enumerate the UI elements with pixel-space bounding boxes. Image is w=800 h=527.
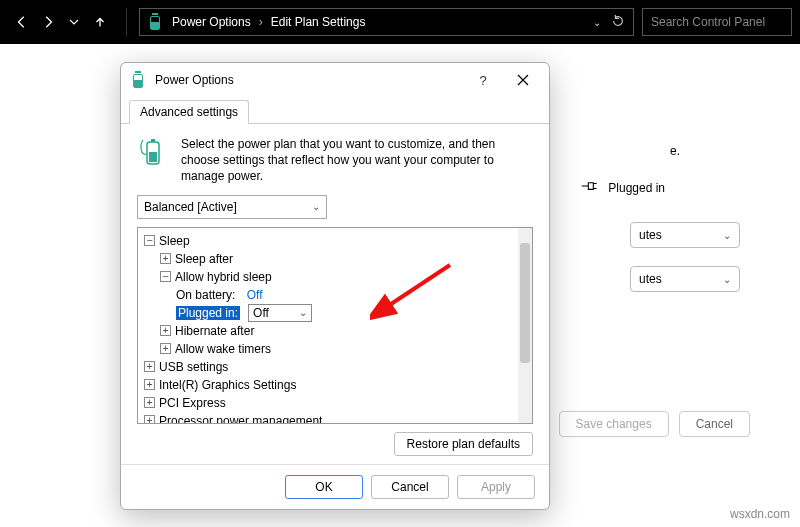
breadcrumb-item[interactable]: Power Options	[172, 15, 251, 29]
search-input[interactable]: Search Control Panel	[642, 8, 792, 36]
dialog-body: Select the power plan that you want to c…	[121, 124, 549, 464]
watermark: wsxdn.com	[730, 507, 790, 521]
expand-icon[interactable]: +	[160, 325, 171, 336]
address-toolbar: Power Options › Edit Plan Settings ⌄ Sea…	[0, 0, 800, 44]
plan-selected-value: Balanced [Active]	[144, 200, 237, 214]
back-icon[interactable]	[14, 14, 30, 30]
expand-icon[interactable]: +	[144, 397, 155, 408]
collapse-icon[interactable]: −	[144, 235, 155, 246]
tree-node-sleep[interactable]: −Sleep	[144, 232, 514, 250]
plugged-in-label: Plugged in	[608, 181, 665, 195]
tree-node-pci-express[interactable]: +PCI Express	[144, 394, 514, 412]
power-options-icon	[131, 72, 147, 88]
on-battery-label: On battery:	[176, 288, 235, 302]
intro-text: Select the power plan that you want to c…	[181, 136, 533, 185]
tree-setting-on-battery[interactable]: On battery: Off	[144, 286, 514, 304]
help-button[interactable]: ?	[463, 65, 503, 95]
svg-rect-1	[149, 152, 157, 162]
recent-dropdown-icon[interactable]	[66, 14, 82, 30]
address-bar[interactable]: Power Options › Edit Plan Settings ⌄	[139, 8, 634, 36]
bg-button-row: Save changes Cancel	[559, 411, 750, 437]
bg-dropdown-text: utes	[639, 272, 662, 286]
expand-icon[interactable]: +	[160, 253, 171, 264]
power-plan-select[interactable]: Balanced [Active] ⌄	[137, 195, 327, 219]
close-icon[interactable]	[503, 65, 543, 95]
scrollbar-thumb[interactable]	[520, 243, 530, 363]
plugged-in-value-select[interactable]: Off ⌄	[248, 304, 312, 322]
power-options-icon	[148, 14, 164, 30]
plug-icon	[580, 179, 600, 196]
expand-icon[interactable]: +	[144, 415, 155, 423]
chevron-down-icon[interactable]: ⌄	[593, 17, 601, 28]
forward-icon[interactable]	[40, 14, 56, 30]
chevron-down-icon: ⌄	[312, 201, 320, 212]
tree-node-allow-wake[interactable]: +Allow wake timers	[144, 340, 514, 358]
tree-node-allow-hybrid[interactable]: −Allow hybrid sleep	[144, 268, 514, 286]
expand-icon[interactable]: +	[160, 343, 171, 354]
cancel-button[interactable]: Cancel	[371, 475, 449, 499]
tree-setting-plugged-in[interactable]: Plugged in: Off ⌄	[144, 304, 514, 322]
plugged-in-label: Plugged in:	[176, 306, 240, 320]
power-options-dialog: Power Options ? Advanced settings Select…	[120, 62, 550, 510]
cancel-button[interactable]: Cancel	[679, 411, 750, 437]
settings-tree: −Sleep +Sleep after −Allow hybrid sleep …	[137, 227, 533, 424]
tab-advanced-settings[interactable]: Advanced settings	[129, 100, 249, 124]
svg-rect-2	[151, 139, 155, 142]
apply-button[interactable]: Apply	[457, 475, 535, 499]
tree-node-processor[interactable]: +Processor power management	[144, 412, 514, 423]
expand-icon[interactable]: +	[144, 379, 155, 390]
dialog-titlebar[interactable]: Power Options ?	[121, 63, 549, 97]
breadcrumb-item[interactable]: Edit Plan Settings	[271, 15, 366, 29]
on-battery-value[interactable]: Off	[247, 288, 263, 302]
bg-dropdown-text: utes	[639, 228, 662, 242]
ok-button[interactable]: OK	[285, 475, 363, 499]
chevron-down-icon: ⌄	[299, 307, 307, 318]
tree-node-intel-graphics[interactable]: +Intel(R) Graphics Settings	[144, 376, 514, 394]
chevron-down-icon: ⌄	[723, 230, 731, 241]
bg-dropdown-2[interactable]: utes ⌄	[630, 266, 740, 292]
chevron-down-icon: ⌄	[723, 274, 731, 285]
chevron-right-icon[interactable]: ›	[259, 15, 263, 29]
intro-block: Select the power plan that you want to c…	[137, 136, 533, 185]
plugged-in-value: Off	[253, 306, 269, 320]
tree-scroll-area[interactable]: −Sleep +Sleep after −Allow hybrid sleep …	[138, 228, 518, 423]
expand-icon[interactable]: +	[144, 361, 155, 372]
tabs-row: Advanced settings	[121, 99, 549, 124]
plugged-in-header: Plugged in	[580, 179, 665, 196]
save-changes-button[interactable]: Save changes	[559, 411, 669, 437]
power-plan-icon	[137, 136, 171, 170]
up-icon[interactable]	[92, 14, 108, 30]
dialog-footer: OK Cancel Apply	[121, 464, 549, 509]
restore-defaults-button[interactable]: Restore plan defaults	[394, 432, 533, 456]
bg-text-fragment: e.	[670, 144, 680, 158]
nav-icons	[8, 14, 114, 30]
search-placeholder: Search Control Panel	[651, 15, 765, 29]
collapse-icon[interactable]: −	[160, 271, 171, 282]
refresh-icon[interactable]	[611, 14, 625, 31]
bg-dropdown-1[interactable]: utes ⌄	[630, 222, 740, 248]
tree-node-usb[interactable]: +USB settings	[144, 358, 514, 376]
toolbar-divider	[126, 8, 127, 36]
tree-node-sleep-after[interactable]: +Sleep after	[144, 250, 514, 268]
dialog-title: Power Options	[155, 73, 463, 87]
tree-node-hibernate-after[interactable]: +Hibernate after	[144, 322, 514, 340]
tree-scrollbar[interactable]	[518, 228, 532, 423]
